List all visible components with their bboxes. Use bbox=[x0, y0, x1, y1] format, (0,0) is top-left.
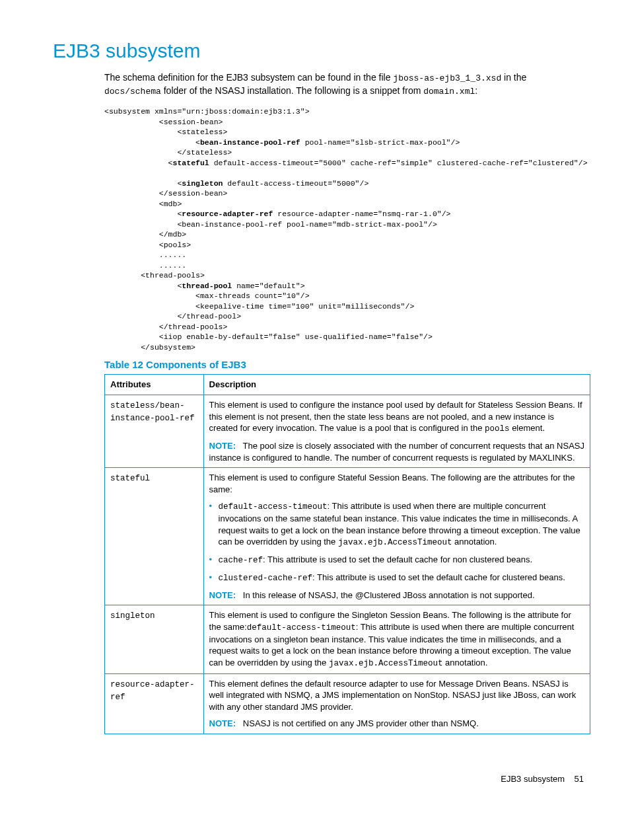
intro-text-1: The schema definition for the EJB3 subsy… bbox=[104, 72, 393, 83]
bullet-list: default-access-timeout: This attribute i… bbox=[209, 500, 584, 584]
components-table: Attributes Description stateless/bean-in… bbox=[104, 374, 590, 734]
list-item: cache-ref: This attribute is used to set… bbox=[209, 554, 584, 566]
intro-paragraph: The schema definition for the EJB3 subsy… bbox=[104, 71, 584, 97]
intro-text-4: : bbox=[475, 85, 477, 96]
page-footer: EJB3 subsystem 51 bbox=[53, 774, 584, 784]
code-block: <subsystem xmlns="urn:jboss:domain:ejb3:… bbox=[104, 106, 584, 352]
desc-cell: This element is used to configure the Si… bbox=[203, 605, 590, 673]
table-header-row: Attributes Description bbox=[105, 375, 590, 395]
table-row: stateless/bean-instance-pool-ref This el… bbox=[105, 395, 590, 468]
attr-cell: resource-adapter-ref bbox=[105, 673, 204, 734]
page-heading: EJB3 subsystem bbox=[53, 40, 584, 62]
col-description: Description bbox=[203, 375, 590, 395]
attr-cell: stateful bbox=[105, 468, 204, 605]
footer-title: EJB3 subsystem bbox=[501, 774, 565, 784]
attr-cell: stateless/bean-instance-pool-ref bbox=[105, 395, 204, 468]
table-row: stateful This element is used to configu… bbox=[105, 468, 590, 605]
intro-text-3: folder of the NSASJ installation. The fo… bbox=[161, 85, 423, 96]
list-item: clustered-cache-ref: This attribute is u… bbox=[209, 572, 584, 584]
intro-code-3: domain.xml bbox=[423, 87, 475, 96]
list-item: default-access-timeout: This attribute i… bbox=[209, 500, 584, 549]
note-label: NOTE: bbox=[209, 441, 236, 451]
desc-cell: This element defines the default resourc… bbox=[203, 673, 590, 734]
intro-code-1: jboss-as-ejb3_1_3.xsd bbox=[393, 73, 501, 83]
table-row: singleton This element is used to config… bbox=[105, 605, 590, 673]
note-label: NOTE: bbox=[209, 590, 236, 600]
note-label: NOTE: bbox=[209, 718, 236, 728]
intro-code-2: docs/schema bbox=[104, 87, 161, 96]
table-title: Table 12 Components of EJB3 bbox=[104, 359, 584, 370]
desc-cell: This element is used to configure the in… bbox=[203, 395, 590, 468]
table-row: resource-adapter-ref This element define… bbox=[105, 673, 590, 734]
desc-cell: This element is used to configure Statef… bbox=[203, 468, 590, 605]
attr-cell: singleton bbox=[105, 605, 204, 673]
footer-page-number: 51 bbox=[575, 774, 584, 784]
intro-text-2: in the bbox=[501, 72, 526, 83]
col-attributes: Attributes bbox=[105, 375, 204, 395]
